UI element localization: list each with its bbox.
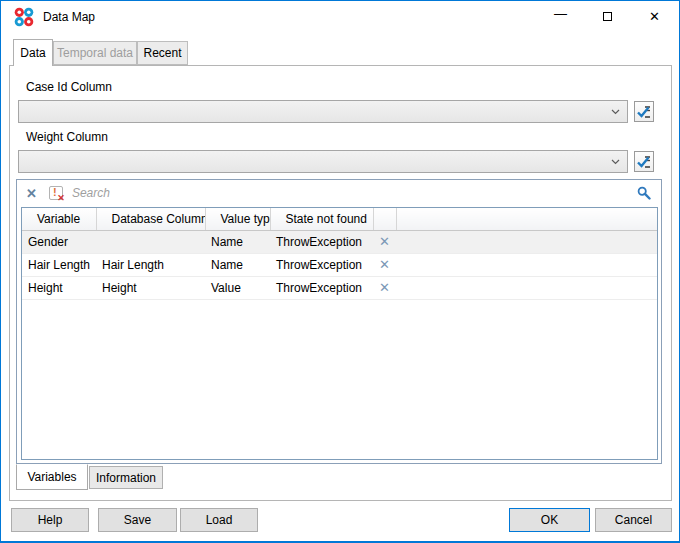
cell-value-type: Name <box>205 253 270 276</box>
case-id-column-combobox[interactable] <box>18 100 628 123</box>
search-icon[interactable] <box>637 186 651 200</box>
cell-database-column: Hair Length <box>96 253 205 276</box>
delete-row-icon[interactable]: ✕ <box>379 257 390 272</box>
cell-variable: Hair Length <box>22 253 96 276</box>
table-row[interactable]: Hair LengthHair LengthNameThrowException… <box>22 253 657 276</box>
maximize-icon <box>603 12 612 21</box>
checklist-icon <box>637 155 651 169</box>
clear-search-icon[interactable]: ✕ <box>26 186 37 201</box>
column-header-filler <box>396 208 657 230</box>
titlebar: Data Map — ✕ <box>1 1 679 32</box>
tab-page-data: Case Id Column Weight Column <box>9 65 672 501</box>
delete-cell: ✕ <box>373 230 396 253</box>
table-row[interactable]: GenderNameThrowException✕ <box>22 230 657 253</box>
data-map-dialog: Data Map — ✕ Data Temporal data Recent C… <box>0 0 680 543</box>
case-id-column-label: Case Id Column <box>26 80 112 94</box>
small-x-glyph: ✕ <box>57 193 65 203</box>
column-header-database-column[interactable]: Database Column <box>96 208 205 230</box>
tab-variables[interactable]: Variables <box>16 464 88 490</box>
window-title: Data Map <box>43 10 95 24</box>
window-controls: — ✕ <box>537 1 678 31</box>
weight-edit-button[interactable] <box>634 151 654 172</box>
column-header-state-not-found[interactable]: State not found <box>270 208 373 230</box>
delete-cell: ✕ <box>373 253 396 276</box>
tab-recent[interactable]: Recent <box>137 41 188 65</box>
tab-information[interactable]: Information <box>89 466 163 489</box>
cancel-button[interactable]: Cancel <box>595 508 672 532</box>
app-logo-icon <box>13 7 35 27</box>
row-filler <box>396 253 657 276</box>
grid-header-row: Variable Database Column Value type Stat… <box>22 208 657 230</box>
table-row[interactable]: HeightHeightValueThrowException✕ <box>22 276 657 299</box>
maximize-button[interactable] <box>584 1 631 31</box>
close-button[interactable]: ✕ <box>631 1 678 31</box>
help-button[interactable]: Help <box>11 508 89 532</box>
load-button[interactable]: Load <box>180 508 258 532</box>
delete-cell: ✕ <box>373 276 396 299</box>
cell-database-column <box>96 230 205 253</box>
chevron-down-icon <box>611 159 620 165</box>
cell-value-type: Value <box>205 276 270 299</box>
cell-variable: Height <box>22 276 96 299</box>
tab-temporal-data[interactable]: Temporal data <box>53 41 137 65</box>
minimize-button[interactable]: — <box>537 1 584 31</box>
exclamation-glyph: ! <box>53 186 57 198</box>
minimize-icon: — <box>554 9 567 19</box>
close-icon: ✕ <box>649 9 660 24</box>
row-filler <box>396 276 657 299</box>
filter-error-icon[interactable]: ! ✕ <box>49 186 63 200</box>
weight-column-combobox[interactable] <box>18 150 628 173</box>
search-bar: ✕ ! ✕ <box>17 180 661 206</box>
grid-body: GenderNameThrowException✕Hair LengthHair… <box>22 230 657 299</box>
cell-variable: Gender <box>22 230 96 253</box>
cell-state-not-found: ThrowException <box>270 230 373 253</box>
save-button[interactable]: Save <box>98 508 177 532</box>
column-header-variable[interactable]: Variable <box>22 208 96 230</box>
cell-value-type: Name <box>205 230 270 253</box>
delete-row-icon[interactable]: ✕ <box>379 234 390 249</box>
delete-row-icon[interactable]: ✕ <box>379 280 390 295</box>
cell-database-column: Height <box>96 276 205 299</box>
variables-grid: Variable Database Column Value type Stat… <box>21 207 658 460</box>
search-input[interactable] <box>72 186 637 200</box>
chevron-down-icon <box>611 109 620 115</box>
row-filler <box>396 230 657 253</box>
ok-button[interactable]: OK <box>509 508 590 532</box>
variables-panel: ✕ ! ✕ Variable <box>16 179 662 464</box>
cell-state-not-found: ThrowException <box>270 276 373 299</box>
case-id-edit-button[interactable] <box>634 101 654 122</box>
cell-state-not-found: ThrowException <box>270 253 373 276</box>
column-header-actions <box>373 208 396 230</box>
tab-data[interactable]: Data <box>13 39 53 66</box>
column-header-value-type[interactable]: Value type <box>205 208 270 230</box>
weight-column-label: Weight Column <box>26 130 108 144</box>
checklist-icon <box>637 105 651 119</box>
